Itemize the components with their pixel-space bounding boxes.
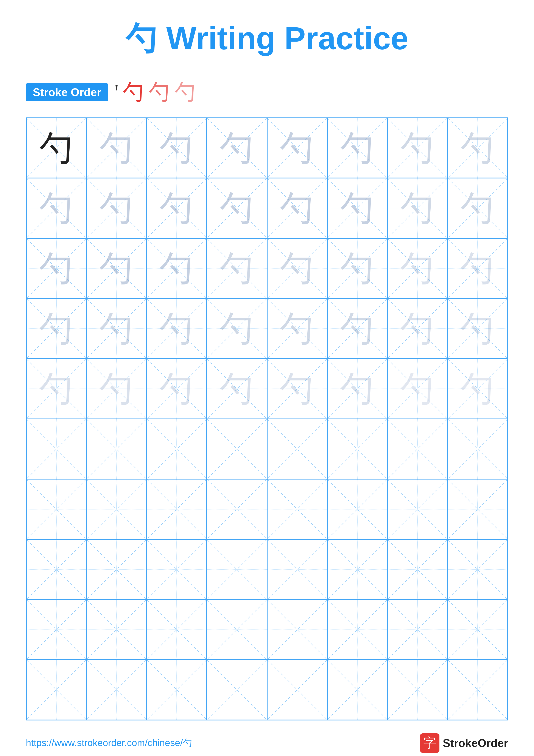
stroke-char-1: 勺: [123, 78, 144, 107]
svg-line-129: [27, 600, 86, 659]
practice-char: 勺: [159, 371, 194, 406]
practice-char: 勺: [39, 251, 74, 285]
svg-line-146: [87, 660, 146, 719]
grid-cell: [447, 479, 508, 539]
svg-line-126: [448, 540, 507, 599]
grid-cell: 勺: [327, 359, 387, 419]
practice-char: 勺: [460, 251, 495, 285]
svg-line-80: [27, 419, 86, 479]
grid-row: [26, 479, 508, 539]
svg-line-115: [87, 540, 146, 599]
grid-cell: 勺: [267, 238, 327, 298]
svg-line-109: [388, 479, 447, 539]
grid-cell: [87, 600, 146, 660]
practice-char: 勺: [280, 371, 314, 406]
grid-cell: 勺: [447, 298, 508, 359]
svg-line-138: [328, 600, 387, 659]
svg-line-153: [267, 660, 327, 719]
practice-char: 勺: [39, 191, 74, 226]
svg-line-148: [147, 660, 206, 719]
svg-line-124: [388, 540, 447, 599]
grid-cell: [147, 479, 207, 539]
svg-line-119: [207, 540, 267, 599]
stroke-char-2: 勺: [149, 78, 170, 107]
stroke-order-row: Stroke Order ' 勺 勺 勺: [26, 78, 508, 107]
practice-char: 勺: [159, 131, 194, 165]
practice-char: 勺: [400, 371, 435, 406]
grid-cell: 勺: [447, 118, 508, 178]
grid-cell: 勺: [87, 298, 146, 359]
svg-line-118: [207, 540, 267, 599]
grid-cell: [147, 600, 207, 660]
svg-line-87: [207, 419, 267, 479]
svg-line-103: [207, 479, 267, 539]
grid-cell: 勺: [327, 118, 387, 178]
grid-cell: [447, 660, 508, 720]
svg-line-136: [267, 600, 327, 659]
practice-char: 勺: [340, 131, 375, 165]
grid-cell: 勺: [447, 178, 508, 238]
grid-cell: 勺: [147, 238, 207, 298]
grid-cell: [87, 419, 146, 479]
grid-row: [26, 600, 508, 660]
grid-cell: 勺: [87, 178, 146, 238]
svg-line-116: [147, 540, 206, 599]
grid-cell: [26, 600, 87, 660]
grid-row: 勺 勺 勺 勺 勺 勺 勺: [26, 298, 508, 359]
svg-line-142: [448, 600, 507, 659]
svg-line-123: [328, 540, 387, 599]
grid-cell: [207, 539, 267, 600]
grid-cell: [387, 479, 447, 539]
grid-cell: [327, 660, 387, 720]
svg-line-91: [328, 419, 387, 479]
grid-cell: [327, 479, 387, 539]
grid-row: 勺 勺 勺 勺 勺 勺 勺: [26, 178, 508, 238]
practice-grid: 勺 勺 勺 勺 勺 勺 勺: [26, 118, 508, 720]
grid-cell: 勺: [327, 298, 387, 359]
practice-char: 勺: [340, 311, 375, 346]
practice-char: 勺: [220, 311, 254, 346]
grid-cell: [207, 419, 267, 479]
svg-line-139: [328, 600, 387, 659]
grid-cell: 勺: [26, 298, 87, 359]
svg-line-84: [147, 419, 206, 479]
grid-cell: 勺: [26, 178, 87, 238]
grid-cell: [147, 660, 207, 720]
svg-line-110: [448, 479, 507, 539]
grid-cell: 勺: [26, 118, 87, 178]
practice-char: 勺: [400, 191, 435, 226]
svg-line-97: [27, 479, 86, 539]
practice-char: 勺: [99, 191, 134, 226]
practice-char: 勺: [220, 191, 254, 226]
practice-char: 勺: [460, 311, 495, 346]
svg-line-114: [87, 540, 146, 599]
grid-cell: [327, 419, 387, 479]
svg-line-111: [448, 479, 507, 539]
svg-line-108: [388, 479, 447, 539]
svg-line-92: [388, 419, 447, 479]
svg-line-98: [87, 479, 146, 539]
page-title: 勺 Writing Practice: [126, 17, 408, 60]
practice-char: 勺: [99, 311, 134, 346]
stroke-order-chars: ' 勺 勺 勺: [114, 78, 196, 107]
svg-line-104: [267, 479, 327, 539]
grid-cell: 勺: [267, 298, 327, 359]
grid-cell: [327, 539, 387, 600]
svg-line-125: [388, 540, 447, 599]
grid-cell: [207, 600, 267, 660]
svg-line-81: [27, 419, 86, 479]
footer-url[interactable]: https://www.strokeorder.com/chinese/勺: [26, 737, 192, 749]
svg-line-141: [388, 600, 447, 659]
svg-line-120: [267, 540, 327, 599]
svg-line-113: [27, 540, 86, 599]
grid-cell: [87, 479, 146, 539]
grid-cell: [26, 660, 87, 720]
svg-line-145: [27, 660, 86, 719]
grid-row: 勺 勺 勺 勺 勺 勺 勺: [26, 118, 508, 178]
grid-cell: [87, 539, 146, 600]
grid-cell: [387, 419, 447, 479]
svg-line-130: [87, 600, 146, 659]
svg-line-149: [147, 660, 206, 719]
practice-char: 勺: [39, 311, 74, 346]
svg-line-132: [147, 600, 206, 659]
